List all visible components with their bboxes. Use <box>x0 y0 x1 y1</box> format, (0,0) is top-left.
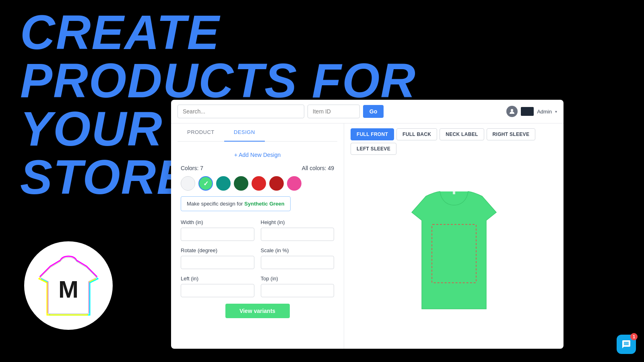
colors-section: Colors: 7 All colors: 49 Make specific d… <box>178 165 337 219</box>
go-button[interactable]: Go <box>363 105 384 118</box>
scale-group: Scale (in %) <box>261 247 334 269</box>
swatch-crimson[interactable] <box>269 176 284 191</box>
swatch-white[interactable] <box>181 176 195 191</box>
user-icon <box>506 106 518 117</box>
svg-point-1 <box>511 109 513 111</box>
admin-label: Admin <box>537 109 552 115</box>
rotate-label: Rotate (degree) <box>181 247 254 253</box>
chevron-down-icon: ▾ <box>555 109 557 114</box>
height-group: Height (in) <box>261 219 334 241</box>
app-content: PRODUCT DESIGN + Add New Design Colors: … <box>171 123 564 349</box>
tshirt-display <box>351 161 557 344</box>
width-group: Width (in) <box>181 219 254 241</box>
specific-design-prefix: Make specific design for <box>187 201 244 207</box>
left-group: Left (in) <box>181 276 254 297</box>
svg-text:M: M <box>58 276 78 303</box>
pos-btn-right-sleeve[interactable]: RIGHT SLEEVE <box>487 128 536 140</box>
width-input[interactable] <box>181 228 254 241</box>
specific-design-box: Make specific design for Synthetic Green <box>181 196 291 211</box>
swatch-pink[interactable] <box>287 176 301 191</box>
height-label: Height (in) <box>261 219 334 225</box>
scale-label: Scale (in %) <box>261 247 334 253</box>
logo-circle: M <box>24 241 113 330</box>
tabs: PRODUCT DESIGN <box>178 123 337 142</box>
add-design-link[interactable]: + Add New Design <box>234 152 281 158</box>
chat-badge: 1 <box>630 333 638 340</box>
search-input[interactable] <box>178 105 304 118</box>
item-id-input[interactable] <box>308 105 360 118</box>
width-label: Width (in) <box>181 219 254 225</box>
form-row-3: Left (in) Top (in) <box>181 276 334 297</box>
form-row-1: Width (in) Height (in) <box>181 219 334 241</box>
pos-btn-full-front[interactable]: FULL FRONT <box>351 128 394 140</box>
rotate-group: Rotate (degree) <box>181 247 254 269</box>
chat-icon <box>621 339 631 349</box>
svg-rect-2 <box>453 190 455 194</box>
colors-count: Colors: 7 <box>181 165 203 171</box>
tab-design[interactable]: DESIGN <box>224 123 265 142</box>
color-swatches <box>181 176 334 191</box>
top-input[interactable] <box>261 284 334 297</box>
all-colors-dropdown[interactable]: All colors: 49 <box>302 165 334 171</box>
logo-svg: M <box>32 249 105 322</box>
app-panel: Go Admin ▾ PRODUCT DESIGN + Add New Desi… <box>171 100 564 349</box>
specific-design-color: Synthetic Green <box>244 201 285 207</box>
swatch-red[interactable] <box>252 176 266 191</box>
scale-input[interactable] <box>261 256 334 269</box>
pos-btn-left-sleeve[interactable]: LEFT SLEEVE <box>351 143 396 155</box>
form-fields: Width (in) Height (in) Rotate (degree) S… <box>178 219 337 297</box>
add-design-section: + Add New Design <box>178 148 337 165</box>
form-row-2: Rotate (degree) Scale (in %) <box>181 247 334 269</box>
top-label: Top (in) <box>261 276 334 282</box>
right-panel: FULL FRONT FULL BACK NECK LABEL RIGHT SL… <box>344 123 564 349</box>
left-input[interactable] <box>181 284 254 297</box>
pos-btn-full-back[interactable]: FULL BACK <box>396 128 437 140</box>
view-variants-button[interactable]: View variants <box>225 304 290 318</box>
tshirt-svg <box>394 180 514 325</box>
swatch-dark-green[interactable] <box>234 176 248 191</box>
left-label: Left (in) <box>181 276 254 282</box>
user-avatar <box>521 107 534 116</box>
rotate-input[interactable] <box>181 256 254 269</box>
top-group: Top (in) <box>261 276 334 297</box>
colors-header: Colors: 7 All colors: 49 <box>181 165 334 171</box>
height-input[interactable] <box>261 228 334 241</box>
swatch-synthetic-green[interactable] <box>198 176 213 191</box>
chat-widget[interactable]: 1 <box>617 335 636 354</box>
app-header: Go Admin ▾ <box>171 100 564 123</box>
swatch-teal[interactable] <box>216 176 231 191</box>
tab-product[interactable]: PRODUCT <box>178 123 224 142</box>
position-buttons: FULL FRONT FULL BACK NECK LABEL RIGHT SL… <box>351 128 557 155</box>
pos-btn-neck-label[interactable]: NECK LABEL <box>440 128 484 140</box>
left-panel: PRODUCT DESIGN + Add New Design Colors: … <box>171 123 344 349</box>
